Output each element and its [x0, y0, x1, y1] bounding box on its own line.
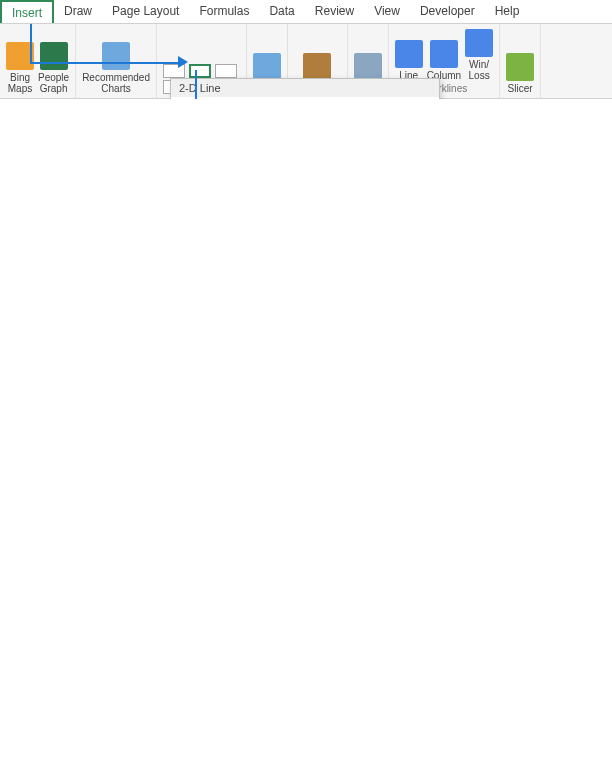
chart-type-pie-icon[interactable]: [215, 64, 237, 78]
tab-draw[interactable]: Draw: [54, 0, 102, 23]
tab-page-layout[interactable]: Page Layout: [102, 0, 189, 23]
sparkline-line-button[interactable]: Line: [395, 40, 423, 81]
tab-data[interactable]: Data: [259, 0, 304, 23]
tab-formulas[interactable]: Formulas: [189, 0, 259, 23]
tab-developer[interactable]: Developer: [410, 0, 485, 23]
sparkline-column-button[interactable]: Column: [427, 40, 461, 81]
people-graph-button[interactable]: People Graph: [38, 42, 69, 94]
sparkline-line-icon: [395, 40, 423, 68]
slicer-button[interactable]: Slicer: [506, 53, 534, 94]
recommended-charts-button[interactable]: Recommended Charts: [82, 42, 150, 94]
tab-review[interactable]: Review: [305, 0, 364, 23]
sparkline-winloss-icon: [465, 29, 493, 57]
people-graph-icon: [40, 42, 68, 70]
tab-insert[interactable]: Insert: [0, 0, 54, 23]
maps-icon: [253, 53, 281, 81]
3d-map-icon: [354, 53, 382, 81]
pivotchart-icon: [303, 53, 331, 81]
recommended-charts-icon: [102, 42, 130, 70]
sparkline-winloss-button[interactable]: Win/ Loss: [465, 29, 493, 81]
line-chart-dropdown: 2-D Line 3-D Line 2-D Area: [170, 78, 440, 99]
ribbon-tabs: Insert Draw Page Layout Formulas Data Re…: [0, 0, 612, 24]
tab-view[interactable]: View: [364, 0, 410, 23]
slicer-icon: [506, 53, 534, 81]
chart-type-line-icon[interactable]: [189, 64, 211, 78]
tab-help[interactable]: Help: [485, 0, 530, 23]
dropdown-section-2d-line: 2-D Line: [171, 79, 439, 97]
sparkline-column-icon: [430, 40, 458, 68]
